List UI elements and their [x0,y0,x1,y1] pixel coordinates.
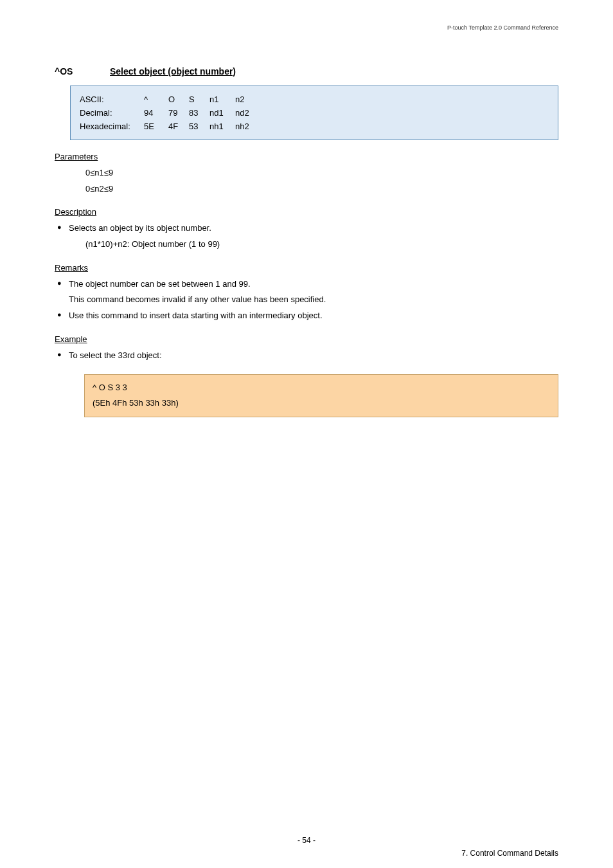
encoding-cell: 79 [168,106,189,120]
parameters-block: 0≤n1≤9 0≤n2≤9 [85,165,558,197]
list-item: Use this command to insert data starting… [55,308,558,324]
encoding-cell: nh2 [235,120,261,133]
example-code-line: ^ O S 3 3 [93,380,550,396]
example-bullet-text: To select the 33rd object: [69,350,162,360]
section-heading: ^OSSelect object (object number) [55,66,558,77]
table-row: Decimal: 94 79 83 nd1 nd2 [80,106,261,120]
remarks-list: The object number can be set between 1 a… [55,276,558,324]
encoding-cell: ^ [144,93,168,106]
parameter-line: 0≤n2≤9 [85,181,558,197]
list-item: The object number can be set between 1 a… [55,276,558,308]
parameter-line: 0≤n1≤9 [85,165,558,181]
description-heading: Description [55,207,558,217]
example-list: To select the 33rd object: [55,348,558,364]
encoding-cell: nd2 [235,106,261,120]
list-item: To select the 33rd object: [55,348,558,364]
encoding-cell: 53 [189,120,209,133]
remarks-subline: This command becomes invalid if any othe… [69,292,558,308]
table-row: Hexadecimal: 5E 4F 53 nh1 nh2 [80,120,261,133]
remarks-heading: Remarks [55,263,558,273]
encoding-cell: O [168,93,189,106]
encoding-cell: 94 [144,106,168,120]
description-subline: (n1*10)+n2: Object number (1 to 99) [69,237,558,253]
encoding-label: Decimal: [80,106,144,120]
encoding-cell: n1 [209,93,235,106]
encoding-cell: nd1 [209,106,235,120]
encoding-table: ASCII: ^ O S n1 n2 Decimal: 94 79 83 nd1… [70,86,558,140]
encoding-cell: 83 [189,106,209,120]
encoding-label: ASCII: [80,93,144,106]
parameters-heading: Parameters [55,152,558,161]
remarks-text: Use this command to insert data starting… [69,311,323,320]
encoding-cell: n2 [235,93,261,106]
encoding-cell: 4F [168,120,189,133]
encoding-cell: S [189,93,209,106]
section-command: ^OS [55,66,110,77]
remarks-text: The object number can be set between 1 a… [69,279,251,289]
doc-header-title: P-touch Template 2.0 Command Reference [447,24,558,31]
description-bullet-text: Selects an object by its object number. [69,223,211,233]
table-row: ASCII: ^ O S n1 n2 [80,93,261,106]
example-heading: Example [55,334,558,344]
section-title: Select object (object number) [110,66,236,77]
description-list: Selects an object by its object number. … [55,221,558,252]
example-code-box: ^ O S 3 3 (5Eh 4Fh 53h 33h 33h) [84,374,558,417]
page-number: - 54 - [0,836,613,845]
list-item: Selects an object by its object number. … [55,221,558,252]
encoding-cell: 5E [144,120,168,133]
footer-chapter: 7. Control Command Details [461,849,558,858]
encoding-label: Hexadecimal: [80,120,144,133]
encoding-cell: nh1 [209,120,235,133]
page-footer: - 54 - 7. Control Command Details [0,836,613,845]
example-code-line: (5Eh 4Fh 53h 33h 33h) [93,395,550,411]
